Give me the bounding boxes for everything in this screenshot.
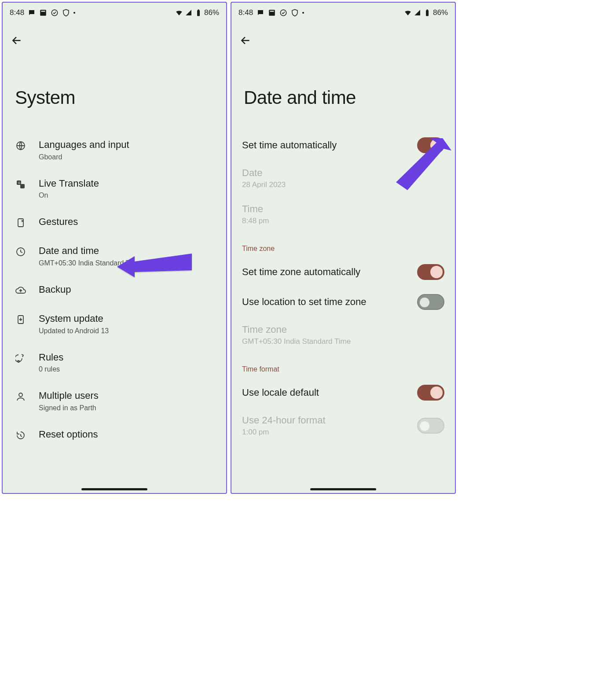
gestures-icon [15,217,26,228]
item-rules[interactable]: Rules 0 rules [3,343,226,382]
item-title: Rules [39,351,218,364]
item-title: Multiple users [39,389,218,402]
translate-icon: G [15,179,26,190]
toggle-use-location-tz[interactable] [417,294,444,310]
item-subtitle: 0 rules [39,365,218,373]
svg-rect-3 [197,10,200,16]
setting-label: Set time automatically [242,140,337,151]
svg-rect-19 [426,10,428,11]
toggle-use-locale-default[interactable] [417,385,444,401]
svg-rect-7 [20,184,25,188]
row-set-time-auto[interactable]: Set time automatically [231,130,455,160]
item-subtitle: On [39,191,218,199]
battery-percent: 86% [204,8,219,17]
svg-rect-18 [426,10,429,16]
chat-icon [28,9,36,17]
svg-rect-0 [40,10,46,16]
item-languages[interactable]: Languages and input Gboard [3,130,226,169]
setting-label: Use locale default [242,387,319,398]
status-time: 8:48 [238,8,253,17]
item-title: Reset options [39,428,218,441]
back-button[interactable] [237,32,254,49]
phone-download-icon [15,314,26,325]
shield-icon [291,9,299,17]
svg-rect-16 [270,11,274,12]
toggle-set-time-auto[interactable] [417,137,444,153]
item-subtitle: Gboard [39,153,218,161]
phone-screen-date-time: 8:48 86% Date and time Set time automati… [231,2,456,494]
setting-label: Use 24-hour format [242,415,326,426]
item-backup[interactable]: Backup [3,275,226,304]
item-title: Live Translate [39,177,218,190]
item-multiple-users[interactable]: Multiple users Signed in as Parth [3,381,226,420]
item-live-translate[interactable]: G Live Translate On [3,169,226,208]
setting-label: Set time zone automatically [242,266,360,278]
back-button[interactable] [8,32,26,49]
svg-point-17 [280,10,286,16]
chat-icon [257,9,264,17]
setting-label: Use location to set time zone [242,296,366,308]
row-date: Date 28 April 2023 [231,160,455,196]
item-system-update[interactable]: System update Updated to Android 13 [3,304,226,343]
status-bar: 8:48 86% [3,3,226,21]
sync-icon [279,9,287,17]
row-timezone: Time zone GMT+05:30 India Standard Time [231,317,455,353]
gesture-bar[interactable] [310,488,376,490]
item-title: Gestures [39,215,218,228]
svg-point-12 [18,361,19,362]
svg-point-13 [19,393,22,397]
svg-rect-15 [269,10,275,16]
item-date-time[interactable]: Date and time GMT+05:30 India Standard T… [3,236,226,275]
battery-icon [194,9,202,17]
rules-icon [15,353,26,364]
svg-rect-9 [18,219,23,227]
history-icon [15,430,26,441]
setting-label: Time zone [242,324,351,335]
clock-icon [15,246,26,258]
setting-label: Time [242,203,269,215]
battery-percent: 86% [433,8,448,17]
setting-value: GMT+05:30 India Standard Time [242,337,351,346]
svg-rect-4 [198,10,199,11]
globe-icon [15,140,26,151]
section-timezone: Time zone [231,232,455,257]
dot-icon [302,12,304,14]
row-use-24h: Use 24-hour format 1:00 pm [231,408,455,444]
dot-icon [73,12,75,14]
setting-value: 28 April 2023 [242,180,286,189]
setting-value: 1:00 pm [242,428,326,437]
news-icon [39,9,47,17]
wifi-icon [404,9,412,17]
item-title: Date and time [39,244,218,258]
item-subtitle: Signed in as Parth [39,404,218,412]
news-icon [268,9,276,17]
status-bar: 8:48 86% [231,3,455,21]
row-use-locale-default[interactable]: Use locale default [231,378,455,408]
toggle-use-24h [417,418,444,434]
svg-rect-1 [41,11,45,12]
row-use-location-tz[interactable]: Use location to set time zone [231,287,455,317]
page-title: Date and time [231,53,455,130]
cloud-upload-icon [15,285,26,296]
item-gestures[interactable]: Gestures [3,207,226,236]
row-time: Time 8:48 pm [231,196,455,232]
item-reset[interactable]: Reset options [3,420,226,449]
item-title: Languages and input [39,138,218,151]
item-title: Backup [39,283,218,296]
item-subtitle: GMT+05:30 India Standard Time [39,259,218,267]
gesture-bar[interactable] [81,488,147,490]
signal-icon [185,9,193,17]
row-set-tz-auto[interactable]: Set time zone automatically [231,257,455,287]
item-subtitle: Updated to Android 13 [39,327,218,335]
setting-value: 8:48 pm [242,217,269,225]
sync-icon [51,9,59,17]
toggle-set-tz-auto[interactable] [417,264,444,280]
phone-screen-system: 8:48 86% System Languages and input Gboa… [2,2,227,494]
item-title: System update [39,312,218,325]
date-time-list: Set time automatically Date 28 April 202… [231,130,455,493]
settings-list: Languages and input Gboard G Live Transl… [3,130,226,493]
setting-label: Date [242,167,286,179]
wifi-icon [175,9,183,17]
signal-icon [414,9,422,17]
battery-icon [423,9,431,17]
